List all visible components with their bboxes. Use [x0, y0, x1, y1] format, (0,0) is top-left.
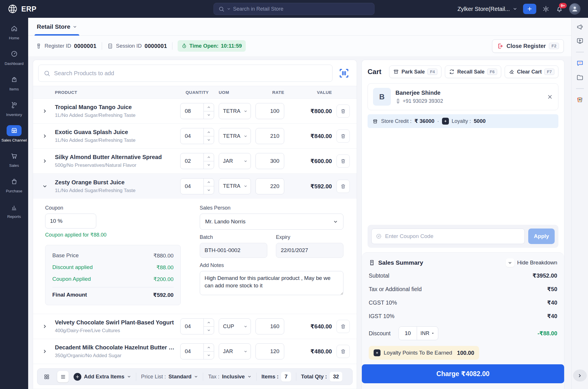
discount-currency-select[interactable]: INR	[417, 327, 438, 340]
divider	[576, 52, 584, 53]
delete-row-button[interactable]	[337, 154, 350, 168]
qty-down-button[interactable]	[204, 327, 214, 334]
qty-down-button[interactable]	[204, 161, 214, 169]
expand-row-button[interactable]	[39, 349, 50, 354]
discount-value-input[interactable]	[399, 327, 417, 340]
qty-up-button[interactable]	[204, 344, 214, 352]
rate-input[interactable]: 220	[255, 178, 284, 194]
close-register-button[interactable]: Close Register F2	[492, 39, 564, 53]
discount-control[interactable]: INR	[399, 326, 438, 340]
person-icon	[571, 5, 579, 13]
notifications-button[interactable]: 9+	[556, 5, 563, 13]
user-avatar[interactable]	[569, 3, 581, 15]
uom-select[interactable]: TETRA	[219, 178, 251, 194]
rate-input[interactable]: 100	[255, 103, 284, 119]
expiry-field[interactable]: 22/01/2027	[276, 243, 343, 258]
chat-support-button[interactable]	[576, 59, 584, 67]
brand-name: ERP	[21, 5, 36, 13]
sidebar-item-items[interactable]: Items	[0, 74, 28, 92]
notes-textarea[interactable]: High Demand for this particular product …	[200, 271, 343, 295]
batch-field[interactable]: BTH-001-0002	[200, 243, 267, 258]
training-videos-button[interactable]	[576, 37, 584, 45]
search-scope-chevron-icon[interactable]	[227, 7, 231, 11]
qty-down-button[interactable]	[204, 136, 214, 144]
settings-button[interactable]	[542, 5, 550, 13]
qty-down-button[interactable]	[204, 111, 214, 119]
uom-select[interactable]: JAR	[219, 343, 251, 359]
row-coupon-input[interactable]: 10 %	[45, 214, 96, 229]
quantity-stepper[interactable]: 04	[180, 343, 214, 359]
qty-down-button[interactable]	[204, 352, 214, 359]
uom-select[interactable]: JAR	[219, 153, 251, 169]
delete-row-button[interactable]	[337, 320, 350, 333]
expand-row-button[interactable]	[39, 324, 50, 329]
qty-up-button[interactable]	[204, 153, 214, 161]
global-search-input[interactable]	[233, 6, 370, 12]
expand-row-button[interactable]	[39, 133, 50, 139]
sidebar-item-sales-channel[interactable]: Sales Channel	[0, 125, 28, 143]
customer-name: Banerjee Shinde	[395, 90, 443, 96]
expand-row-button[interactable]	[39, 158, 50, 164]
sidebar-item-sales[interactable]: Sales	[0, 150, 28, 168]
sidebar-item-reports[interactable]: Reports	[0, 202, 28, 219]
rate-input[interactable]: 300	[255, 153, 284, 169]
quick-add-button[interactable]	[523, 4, 536, 14]
price-breakdown: Base Price₹880.00 Discount applied₹88.00…	[45, 245, 181, 305]
barcode-scan-button[interactable]	[337, 66, 351, 81]
quantity-stepper[interactable]: 04	[180, 178, 214, 194]
qty-up-button[interactable]	[204, 179, 214, 187]
clear-cart-button[interactable]: Clear Cart F7	[505, 65, 558, 78]
sales-person-select[interactable]: Mr. Lando Norris	[200, 214, 343, 230]
announcements-button[interactable]	[576, 23, 584, 30]
qty-up-button[interactable]	[204, 103, 214, 111]
qty-up-button[interactable]	[204, 319, 214, 327]
park-sale-button[interactable]: Park Sale F4	[389, 65, 441, 78]
hide-breakdown-toggle[interactable]: Hide Breakdown	[506, 258, 557, 267]
qty-down-button[interactable]	[204, 186, 214, 194]
row-value: ₹592.00	[289, 183, 332, 190]
eraser-icon	[509, 69, 514, 75]
delete-row-button[interactable]	[337, 129, 350, 143]
sidebar-item-dashboard[interactable]: Dashboard	[0, 49, 28, 66]
price-list-selector[interactable]: Price List : Standard	[141, 373, 198, 380]
expand-row-button[interactable]	[39, 109, 50, 114]
tax-mode-selector[interactable]: Tax : Inclusive	[208, 373, 251, 380]
recall-sale-button[interactable]: Recall Sale F6	[445, 65, 501, 78]
quantity-stepper[interactable]: 08	[180, 103, 214, 119]
quantity-stepper[interactable]: 04	[180, 128, 214, 144]
row-detail-panel: Coupon 10 % Coupon applied for ₹88.00 Ba…	[33, 199, 357, 314]
coupon-code-field[interactable]	[371, 229, 525, 244]
qty-up-button[interactable]	[204, 128, 214, 136]
rate-input[interactable]: 160	[255, 318, 284, 334]
collapse-row-button[interactable]	[39, 184, 50, 189]
charge-button[interactable]: Charge ₹4082.00	[362, 364, 564, 383]
uom-select[interactable]: TETRA	[219, 128, 251, 144]
coupon-code-input[interactable]	[385, 233, 520, 239]
sidebar-item-inventory[interactable]: Inventory	[0, 100, 28, 117]
delete-row-button[interactable]	[337, 180, 350, 193]
tab-retail-store[interactable]: Retail Store	[36, 19, 78, 35]
product-search[interactable]	[38, 65, 333, 82]
quantity-stepper[interactable]: 02	[180, 153, 214, 169]
col-product: PRODUCT	[55, 90, 176, 95]
files-button[interactable]	[576, 74, 584, 81]
rate-input[interactable]: 210	[255, 128, 284, 144]
list-view-toggle[interactable]	[57, 371, 69, 382]
org-switcher[interactable]: Zylker Store(Retail...	[458, 6, 517, 12]
grid-view-toggle[interactable]	[41, 371, 52, 382]
uom-select[interactable]: TETRA	[219, 103, 251, 119]
global-search[interactable]	[214, 3, 374, 15]
quantity-stepper[interactable]: 04	[180, 318, 214, 334]
add-extra-items-button[interactable]: Add Extra Items	[74, 373, 131, 381]
delete-row-button[interactable]	[337, 104, 350, 118]
apply-coupon-button[interactable]: Apply	[528, 229, 555, 244]
expand-panel-button[interactable]	[573, 369, 587, 382]
delete-row-button[interactable]	[337, 345, 350, 358]
sidebar-item-purchase[interactable]: Purchase	[0, 176, 28, 194]
uom-select[interactable]: CUP	[219, 318, 251, 334]
documents-button[interactable]	[576, 96, 584, 104]
product-search-input[interactable]	[54, 70, 327, 77]
remove-customer-button[interactable]	[547, 94, 553, 100]
rate-input[interactable]: 120	[255, 343, 284, 359]
sidebar-item-home[interactable]: Home	[0, 23, 28, 41]
